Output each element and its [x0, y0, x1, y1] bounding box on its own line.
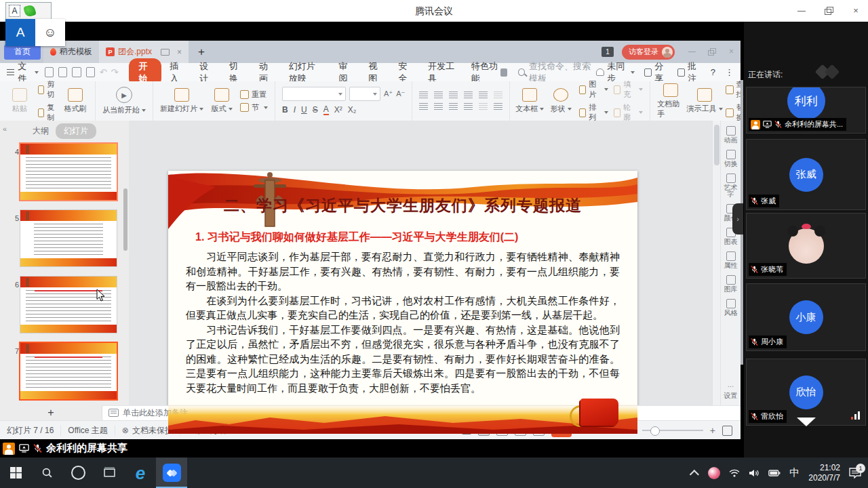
taskbar-clock[interactable]: 21:02 2020/7/7 [808, 463, 840, 483]
pane-transition[interactable]: 切换 [723, 150, 739, 167]
close-button[interactable]: × [852, 7, 860, 15]
save-icon[interactable] [45, 67, 54, 77]
slide-thumbnail-5[interactable] [20, 210, 117, 266]
paste-button[interactable]: 粘贴 [7, 88, 33, 114]
output-icon[interactable] [58, 67, 67, 77]
play-from-current-button[interactable]: ▶ 从当前开始 [102, 87, 146, 115]
slide-thumbnail-6[interactable] [20, 277, 117, 333]
cut-button[interactable]: 剪切 [38, 79, 57, 100]
indent-increase-icon[interactable] [464, 92, 473, 99]
slide-thumbnail-7[interactable] [20, 343, 117, 399]
tencent-meeting-taskbar-button[interactable] [156, 458, 187, 488]
superscript-button[interactable]: X² [334, 105, 342, 115]
text-direction-icon[interactable] [479, 92, 488, 99]
layout-button[interactable]: 版式 [209, 88, 235, 114]
grow-font-button[interactable]: A⁺ [384, 89, 393, 98]
restore-button[interactable] [825, 7, 833, 15]
distribute-icon[interactable] [479, 103, 488, 110]
shrink-font-button[interactable]: A⁻ [396, 89, 405, 98]
reset-button[interactable]: 重置 [240, 89, 268, 100]
bullet-list-icon[interactable] [419, 92, 428, 99]
tab-outline[interactable]: 大纲 [33, 125, 49, 137]
help-button[interactable]: ? [711, 67, 715, 77]
line-spacing-icon[interactable] [494, 103, 502, 110]
number-list-icon[interactable] [434, 92, 443, 99]
font-size-select[interactable] [349, 87, 380, 101]
section-button[interactable]: 节 [240, 102, 268, 113]
picture-button[interactable]: 图片 [579, 79, 608, 100]
ime-toolbar[interactable]: A [5, 2, 52, 20]
minimize-button[interactable] [797, 7, 806, 15]
edge-button[interactable]: e [125, 458, 156, 488]
shapes-button[interactable]: 形状 [548, 88, 574, 114]
pane-wordart[interactable]: 艺术字 [723, 174, 739, 198]
align-center-icon[interactable] [434, 103, 443, 110]
format-painter-button[interactable]: 格式刷 [62, 88, 88, 114]
task-view-button[interactable] [94, 458, 125, 488]
slide-thumbnail-4[interactable] [20, 144, 117, 200]
ime-popup[interactable]: A ☺ [5, 19, 65, 46]
strikethrough-button[interactable]: S [313, 105, 318, 115]
copy-button[interactable]: 复制 [38, 102, 57, 123]
columns-icon[interactable] [494, 92, 502, 99]
preview-icon[interactable] [86, 67, 95, 77]
participant-tile-zhouxiaokang[interactable]: 小康 周小康 [746, 283, 866, 351]
underline-button[interactable]: U [301, 105, 307, 115]
zoom-in-button[interactable]: + [710, 425, 715, 436]
textbox-button[interactable]: 文本框 [517, 88, 542, 114]
arrange-button[interactable]: 排列 [579, 102, 608, 123]
tray-expand-icon[interactable] [690, 470, 699, 479]
doc-assistant-button[interactable]: 文档助手 [657, 83, 684, 119]
start-button[interactable] [0, 458, 31, 488]
taskbar-search-button[interactable] [31, 458, 62, 488]
tab-wps-home[interactable]: 首页 [4, 45, 41, 60]
battery-icon[interactable] [768, 470, 781, 476]
tab-slides[interactable]: 幻灯片 [56, 123, 96, 139]
scroll-down-arrow[interactable] [797, 418, 816, 426]
font-color-button[interactable]: A [323, 104, 329, 115]
subscript-button[interactable]: X₂ [348, 105, 357, 115]
wps-close-button[interactable]: × [728, 48, 735, 56]
zoom-slider[interactable] [642, 430, 703, 431]
pane-style[interactable]: 风格 [723, 299, 739, 317]
sidebar-collapse-handle[interactable]: › [732, 203, 743, 235]
ime-mode-letter[interactable]: A [5, 19, 35, 46]
present-tools-button[interactable]: 演示工具 [689, 88, 720, 114]
panel-scrollbar[interactable] [123, 188, 127, 251]
close-document-icon[interactable]: × [177, 47, 182, 57]
docs-count-badge[interactable]: 1 [601, 47, 614, 57]
ime-indicator[interactable]: 中 [789, 466, 800, 479]
wifi-icon[interactable] [729, 469, 740, 477]
undo-icon[interactable]: ↶ [100, 67, 107, 77]
pane-settings[interactable]: 设置 [723, 392, 739, 399]
wps-minimize-button[interactable] [688, 48, 696, 56]
pane-animation[interactable]: 动画 [723, 126, 739, 144]
fill-button[interactable]: 填充 [614, 79, 643, 100]
guest-login-button[interactable]: 访客登录 [622, 45, 675, 60]
participant-tile-zhangxiaowei[interactable]: 张晓苇 [746, 213, 866, 279]
more-menu-button[interactable]: ⋮ [725, 67, 734, 77]
pane-gallery[interactable]: 图库 [723, 275, 739, 293]
indent-decrease-icon[interactable] [449, 92, 458, 99]
pane-more-icon[interactable]: … [728, 381, 734, 388]
action-center-button[interactable]: 1 [849, 468, 861, 479]
print-icon[interactable] [72, 67, 81, 77]
align-right-icon[interactable] [449, 103, 458, 110]
ime-mode-emoji[interactable]: ☺ [35, 19, 65, 46]
slide[interactable]: 二、学习《习近平与大学生朋友们》系列专题报道 1. 习书记与我们聊如何做好基层工… [168, 171, 637, 434]
font-name-select[interactable] [282, 87, 346, 101]
italic-button[interactable]: I [294, 105, 296, 115]
add-slide-button[interactable]: + [0, 405, 102, 420]
cortana-button[interactable] [62, 458, 94, 488]
new-slide-button[interactable]: 新建幻灯片 [160, 88, 203, 114]
justify-icon[interactable] [464, 103, 473, 110]
participant-tile-leixinyi[interactable]: 欣怡 雷欣怡 [746, 359, 866, 426]
participant-tile-zhangwei[interactable]: 张威 张威 [746, 139, 866, 210]
redo-icon[interactable]: ↷ [111, 67, 119, 77]
pane-properties[interactable]: 属性 [723, 251, 739, 269]
fit-slide-icon[interactable] [722, 426, 732, 436]
align-left-icon[interactable] [419, 103, 428, 110]
tray-app-icon[interactable] [708, 467, 720, 479]
theme-name[interactable]: Office 主题 [61, 425, 115, 436]
new-document-tab-button[interactable]: + [198, 45, 205, 59]
